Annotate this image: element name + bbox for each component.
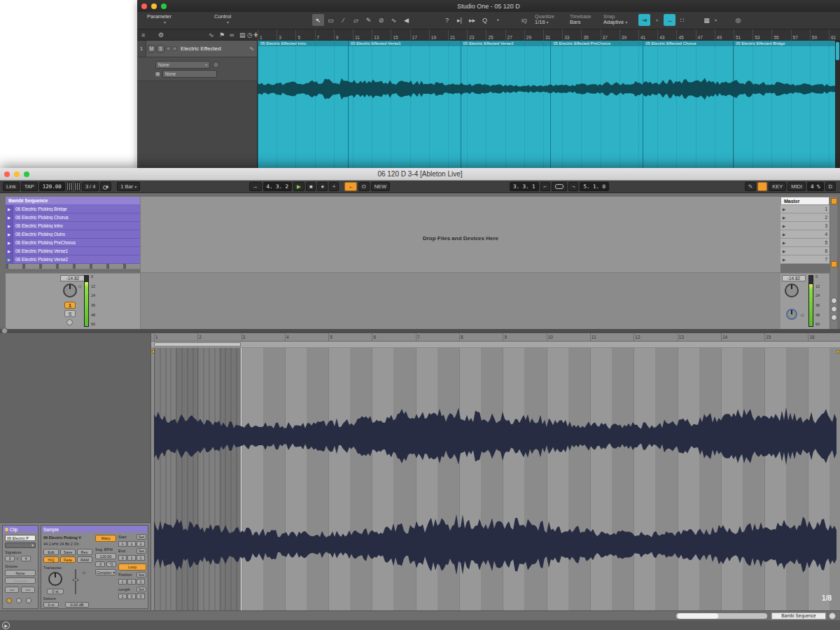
scene-menu-button[interactable] bbox=[829, 612, 836, 620]
loop-button[interactable]: Loop bbox=[118, 564, 146, 570]
session-grid[interactable]: Drop Files and Devices Here bbox=[140, 197, 780, 273]
end-set-button[interactable]: Set bbox=[136, 548, 146, 554]
record-button[interactable]: ● bbox=[317, 182, 328, 191]
scene-slot[interactable]: ▶3 bbox=[780, 222, 830, 230]
snap-dropdown[interactable]: Snap Adaptive▾ bbox=[603, 14, 627, 26]
tracks-icon[interactable]: ▤ bbox=[239, 31, 246, 38]
punch-out-button[interactable]: ¬ bbox=[568, 182, 578, 191]
autoplay-icon[interactable]: ▸| bbox=[454, 14, 465, 26]
signature-numerator-field[interactable]: 3 bbox=[5, 556, 15, 561]
envelope-box-toggle[interactable] bbox=[26, 598, 31, 603]
length-bar[interactable]: 2 bbox=[118, 594, 127, 599]
clip-launch-button[interactable]: ▶ bbox=[6, 247, 13, 255]
start-value[interactable]: 1 1 1 bbox=[118, 541, 145, 547]
erase-tool-button[interactable]: ▱ bbox=[350, 14, 362, 26]
commit-button[interactable]: Commit bbox=[5, 578, 36, 584]
arrangement-clip[interactable]: 05 Electric Effected Verse2 bbox=[461, 41, 551, 168]
tempo-display[interactable]: 120.00 bbox=[39, 182, 65, 191]
show-hide-info-button[interactable]: ▶ bbox=[2, 622, 10, 629]
macro-controls-icon[interactable]: ◎ bbox=[732, 14, 744, 26]
help-button[interactable]: ? bbox=[441, 14, 453, 26]
arrangement-clip[interactable]: 05 Electric Effected Intro bbox=[258, 41, 348, 168]
sends-show-toggle[interactable] bbox=[831, 306, 837, 312]
clip-gain-handle[interactable] bbox=[73, 579, 78, 581]
mixer-show-toggle[interactable] bbox=[831, 314, 837, 321]
insert-selector[interactable]: None ▾ bbox=[155, 61, 210, 69]
sample-editor-panel[interactable]: 12345678910111213141516 1/8 bbox=[150, 333, 840, 610]
mute-button[interactable]: M bbox=[148, 45, 155, 52]
scene-launch-button[interactable]: ▶ bbox=[783, 249, 785, 253]
metronome-icon[interactable]: ◔ bbox=[491, 14, 503, 26]
paint-tool-button[interactable]: ✎ bbox=[363, 14, 374, 26]
nudge-forward-button[interactable]: >> bbox=[21, 587, 35, 593]
back-to-arrangement-button[interactable]: ← bbox=[344, 182, 357, 191]
session-clip[interactable]: ▶06 Electric Picking Verse1 bbox=[6, 247, 140, 255]
master-pan-knob[interactable] bbox=[785, 284, 799, 298]
scene-slot[interactable]: ▶4 bbox=[780, 230, 830, 239]
timebase-dropdown[interactable]: Timebase Bars bbox=[570, 14, 591, 26]
new-button[interactable]: NEW bbox=[371, 182, 391, 191]
sample-box-toggle[interactable] bbox=[16, 598, 22, 603]
clip-gain-slider[interactable] bbox=[75, 569, 76, 594]
detune-value[interactable]: 0 ct bbox=[43, 602, 59, 608]
nudge-up-button[interactable] bbox=[74, 182, 80, 191]
position-bar[interactable]: 1 bbox=[118, 579, 127, 584]
insert-power-button[interactable] bbox=[213, 62, 219, 68]
punch-in-button[interactable]: ⌐ bbox=[540, 182, 550, 191]
scrollbar-handle[interactable] bbox=[836, 42, 839, 60]
clip-launch-button[interactable]: ▶ bbox=[6, 205, 13, 213]
start-sixteenth[interactable]: 1 bbox=[136, 541, 145, 547]
clip-color-dropdown[interactable]: ▾ bbox=[5, 542, 36, 548]
cursor-follow-button[interactable]: → bbox=[664, 14, 676, 26]
groove-selector[interactable]: None bbox=[5, 570, 36, 576]
loop-brace-row[interactable] bbox=[151, 342, 840, 348]
scene-launch-button[interactable]: ▶ bbox=[783, 224, 785, 228]
save-button[interactable]: Save bbox=[60, 549, 76, 555]
sample-ruler[interactable]: 12345678910111213141516 bbox=[151, 333, 840, 342]
start-bar[interactable]: 1 bbox=[118, 541, 127, 547]
marker-icon[interactable]: ⚑ bbox=[219, 31, 225, 38]
pan-knob[interactable] bbox=[63, 284, 77, 298]
scene-slot[interactable]: ▶2 bbox=[780, 214, 830, 222]
overdub-button[interactable]: + bbox=[329, 182, 339, 191]
menu-icon[interactable]: ≡ bbox=[141, 31, 145, 38]
clip-name-field[interactable]: 06 Electric P bbox=[5, 535, 36, 541]
fade-button[interactable]: Fade bbox=[60, 556, 76, 563]
edit-button[interactable]: Edit bbox=[43, 549, 59, 555]
stop-button[interactable]: ■ bbox=[306, 182, 316, 191]
clip-launch-button[interactable]: ▶ bbox=[6, 239, 13, 246]
io-show-toggle[interactable] bbox=[831, 298, 837, 304]
signature-denominator-field[interactable]: 4 bbox=[21, 556, 31, 561]
arrangement-clip[interactable]: 05 Electric Effected Bridge bbox=[733, 41, 835, 168]
session-clip[interactable]: ▶06 Electric Picking PreChorus bbox=[6, 239, 140, 247]
wrench-icon[interactable]: ⚙ bbox=[158, 31, 164, 38]
position-beat[interactable]: 1 bbox=[127, 579, 136, 584]
mute-tool-button[interactable]: ⊘ bbox=[375, 14, 387, 26]
track-activator-button[interactable]: 1 bbox=[64, 302, 76, 309]
hiq-button[interactable]: HiQ bbox=[43, 556, 59, 563]
scene-slot[interactable]: ▶6 bbox=[780, 247, 830, 255]
start-beat[interactable]: 1 bbox=[127, 541, 136, 547]
play-from-icon[interactable]: ▸▸ bbox=[466, 14, 478, 26]
reverse-button[interactable]: Rev. bbox=[77, 549, 92, 555]
split-tool-button[interactable]: ∕ bbox=[337, 14, 349, 26]
clip-gain-value[interactable]: 0.00 dB bbox=[65, 602, 89, 608]
loop-brace[interactable] bbox=[154, 342, 241, 346]
session-clip[interactable]: ▶06 Electric Picking Bridge bbox=[6, 205, 140, 214]
nudge-back-button[interactable]: << bbox=[5, 587, 19, 593]
scene-slot[interactable]: ▶5 bbox=[780, 239, 830, 247]
tap-tempo-button[interactable]: TAP bbox=[21, 182, 38, 191]
range-tool-button[interactable]: ▭ bbox=[325, 14, 337, 26]
end-value[interactable]: 3 1 1 bbox=[118, 555, 145, 561]
session-clip[interactable]: ▶06 Electric Picking Chorus bbox=[6, 214, 140, 222]
track-header[interactable]: 1 M S Electric Effected ∿ bbox=[137, 41, 257, 57]
follow-button[interactable]: → bbox=[249, 182, 262, 191]
session-clip[interactable]: ▶06 Electric Picking Outro bbox=[6, 230, 140, 239]
scene-launch-button[interactable]: ▶ bbox=[783, 258, 785, 262]
metronome-button[interactable] bbox=[100, 182, 111, 191]
clip-launch-button[interactable]: ▶ bbox=[6, 230, 13, 238]
arrangement-clip[interactable]: 05 Electric Effected PreChorus bbox=[550, 41, 643, 168]
scene-slot[interactable]: ▶7 bbox=[780, 255, 830, 264]
stop-all-clips-button[interactable] bbox=[831, 261, 837, 267]
autoscroll-button[interactable]: ⇥ bbox=[638, 14, 650, 26]
